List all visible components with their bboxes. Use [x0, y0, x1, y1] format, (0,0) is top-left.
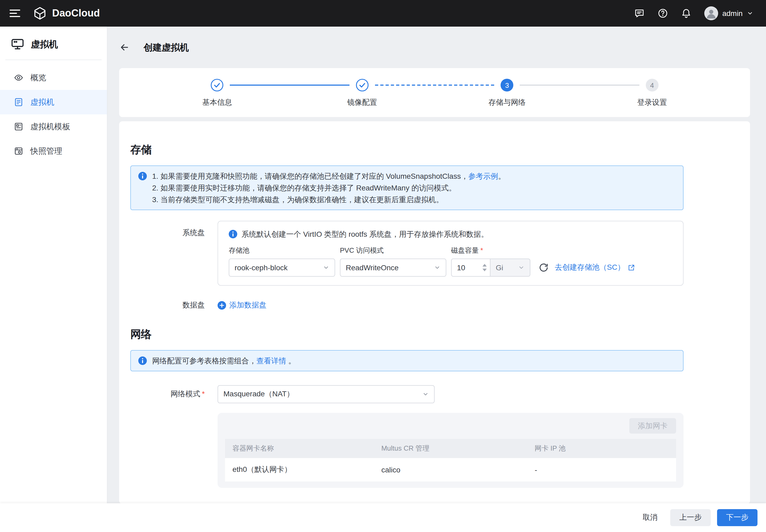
vm-module-icon: [11, 37, 24, 51]
storage-alert-line-2: 2. 如果需要使用实时迁移功能，请确保您的存储支持并选择了 ReadWriteM…: [152, 182, 506, 194]
pvc-access-mode-field: PVC 访问模式 ReadWriteOnce: [340, 246, 446, 277]
system-disk-hint: 系统默认创建一个 VirtIO 类型的 rootfs 系统盘，用于存放操作系统和…: [229, 229, 672, 239]
user-menu-chevron-icon: [747, 10, 753, 16]
network-alert: 网络配置可参考表格按需组合，查看详情 。: [130, 350, 684, 371]
nic-table: 容器网卡名称 Multus CR 管理 网卡 IP 池 eth0（默认网卡） c…: [225, 439, 676, 481]
info-icon: [229, 230, 237, 238]
sidebar-item-label: 概览: [30, 73, 46, 83]
step-label: 登录设置: [637, 98, 667, 107]
system-disk-label: 系统盘: [130, 221, 205, 238]
refresh-icon[interactable]: [539, 263, 548, 272]
capacity-increase-icon[interactable]: [482, 264, 487, 267]
prev-step-button[interactable]: 上一步: [670, 509, 711, 526]
form-card: 存储 1. 如果需要使用克隆和快照功能，请确保您的存储池已经创建了对应的 Vol…: [119, 121, 750, 503]
username: admin: [722, 9, 743, 18]
chevron-down-icon: [434, 264, 440, 271]
step-connector-done: [230, 85, 349, 86]
sidebar-item-label: 虚拟机模板: [30, 122, 70, 132]
sidebar-module-title: 虚拟机: [31, 38, 58, 50]
storage-pool-select[interactable]: rook-ceph-block: [229, 259, 335, 277]
nic-panel: 添加网卡 容器网卡名称 Multus CR 管理 网卡 IP 池: [218, 413, 684, 488]
data-disk-label: 数据盘: [130, 301, 205, 310]
sidebar-toggle-icon[interactable]: [10, 10, 20, 17]
next-step-button[interactable]: 下一步: [717, 509, 757, 526]
system-disk-row: 系统盘 系统默认创建一个 VirtIO 类型的 rootfs 系统盘，用于存放操…: [130, 221, 684, 286]
notifications-icon[interactable]: [681, 8, 692, 19]
pvc-access-mode-label: PVC 访问模式: [340, 246, 446, 255]
step-storage-network[interactable]: 3 存储与网络: [435, 79, 580, 107]
template-icon: [14, 122, 23, 131]
snapshot-icon: [14, 146, 23, 156]
capacity-unit-select[interactable]: Gi: [490, 259, 530, 277]
capacity-decrease-icon[interactable]: [482, 269, 487, 271]
info-icon: [138, 356, 147, 365]
step-check-icon: [211, 79, 224, 92]
step-connector-pending: [520, 85, 639, 86]
nic-table-header-multus: Multus CR 管理: [374, 439, 527, 458]
sidebar-divider: [5, 60, 102, 60]
help-icon[interactable]: [657, 8, 668, 19]
avatar: [704, 6, 718, 20]
step-image-config[interactable]: 镜像配置: [290, 79, 435, 107]
disk-capacity-input-wrap: [451, 259, 490, 277]
cancel-button[interactable]: 取消: [639, 513, 661, 522]
back-button[interactable]: [119, 42, 130, 53]
nic-table-header-row: 容器网卡名称 Multus CR 管理 网卡 IP 池: [225, 439, 676, 458]
user-menu[interactable]: admin: [704, 6, 753, 20]
add-data-disk-link[interactable]: 添加数据盘: [218, 301, 267, 310]
wizard-footer: 取消 上一步 下一步: [0, 503, 766, 532]
sidebar-item-label: 快照管理: [30, 146, 62, 156]
chevron-down-icon: [323, 264, 329, 271]
wizard-stepper: 基本信息 镜像配置 3 存储与网络 4 登录设置: [119, 68, 750, 117]
storage-section-title: 存储: [130, 143, 684, 157]
step-login-settings[interactable]: 4 登录设置: [580, 79, 725, 107]
nic-table-row: 添加网卡 容器网卡名称 Multus CR 管理 网卡 IP 池: [130, 413, 684, 488]
pvc-access-mode-select[interactable]: ReadWriteOnce: [340, 259, 446, 277]
add-nic-button[interactable]: 添加网卡: [629, 418, 676, 434]
nic-table-header-name: 容器网卡名称: [225, 439, 374, 458]
network-alert-line: 网络配置可参考表格按需组合，查看详情 。: [152, 355, 296, 367]
step-check-icon: [356, 79, 369, 92]
network-mode-select[interactable]: Masquerade（NAT）: [218, 385, 435, 403]
topbar: DaoCloud: [0, 0, 766, 27]
network-section-title: 网络: [130, 327, 684, 342]
chat-icon[interactable]: [634, 8, 645, 19]
network-mode-label: 网络模式*: [130, 389, 205, 399]
sidebar-item-overview[interactable]: 概览: [0, 65, 107, 90]
eye-icon: [14, 73, 23, 82]
sidebar-item-vm-template[interactable]: 虚拟机模板: [0, 114, 107, 139]
step-basic-info[interactable]: 基本信息: [145, 79, 290, 107]
storage-alert-line-1: 1. 如果需要使用克隆和快照功能，请确保您的存储池已经创建了对应的 Volume…: [152, 170, 506, 182]
disk-capacity-label: 磁盘容量*: [451, 246, 530, 255]
nic-table-row-eth0: eth0（默认网卡） calico -: [225, 458, 676, 481]
step-connector-dashed: [375, 85, 494, 86]
nic-ippool-cell: -: [527, 458, 676, 481]
sidebar-nav: 概览 虚拟机 虚拟机模板: [0, 65, 107, 163]
chevron-down-icon: [422, 391, 429, 397]
storage-alert-line-3: 3. 当前存储类型可能不支持热增减磁盘，为确保数据准确性，建议在更新后重启虚拟机…: [152, 194, 506, 205]
disk-capacity-field: 磁盘容量*: [451, 246, 530, 277]
step-label: 镜像配置: [347, 98, 377, 107]
storage-pool-label: 存储池: [229, 246, 335, 255]
system-disk-panel: 系统默认创建一个 VirtIO 类型的 rootfs 系统盘，用于存放操作系统和…: [218, 221, 684, 286]
sidebar-item-snapshot[interactable]: 快照管理: [0, 139, 107, 163]
sidebar-module-header: 虚拟机: [0, 27, 107, 60]
nic-table-header-ippool: 网卡 IP 池: [527, 439, 676, 458]
sidebar-item-vm[interactable]: 虚拟机: [0, 90, 107, 114]
brand-logo[interactable]: DaoCloud: [33, 6, 100, 20]
step-label: 基本信息: [202, 98, 232, 107]
view-details-link[interactable]: 查看详情: [256, 356, 286, 365]
daocloud-logo-icon: [33, 6, 47, 20]
chevron-down-icon: [518, 264, 524, 271]
required-asterisk: *: [202, 389, 205, 398]
step-number: 3: [501, 79, 514, 92]
reference-example-link[interactable]: 参考示例: [468, 172, 498, 180]
nic-multus-cell: calico: [374, 458, 527, 481]
nic-name-cell: eth0（默认网卡）: [225, 458, 374, 481]
main-content: 创建虚拟机 基本信息 镜像配置: [107, 27, 766, 503]
vm-list-icon: [14, 97, 23, 107]
app-root: DaoCloud: [0, 0, 766, 532]
create-storage-pool-link[interactable]: 去创建存储池（SC）: [555, 263, 635, 272]
sidebar-item-label: 虚拟机: [30, 97, 54, 107]
step-label: 存储与网络: [489, 98, 526, 107]
